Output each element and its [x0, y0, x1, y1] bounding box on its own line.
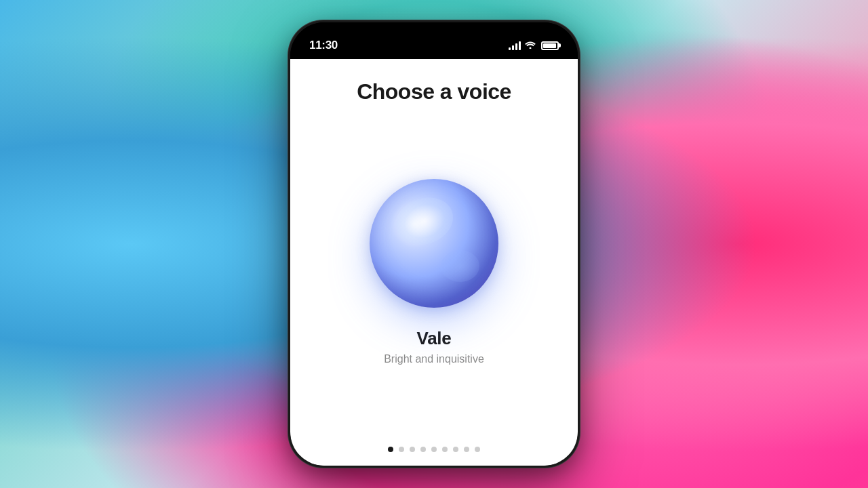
voice-description: Bright and inquisitive [384, 353, 484, 365]
page-title: Choose a voice [357, 79, 511, 104]
voice-orb[interactable] [370, 179, 498, 308]
signal-icon [509, 41, 521, 50]
pagination-dots [388, 447, 480, 452]
notch [393, 22, 475, 43]
dot-5[interactable] [431, 447, 437, 452]
app-content: Choose a voice Vale Bright and inquisiti… [290, 59, 578, 466]
dot-9[interactable] [475, 447, 480, 452]
wifi-icon [525, 40, 536, 51]
battery-icon [541, 41, 559, 50]
dot-1[interactable] [388, 447, 393, 452]
screen-content: Choose a voice Vale Bright and inquisiti… [290, 59, 578, 466]
dot-8[interactable] [464, 447, 469, 452]
phone-wrapper: 11:30 [288, 20, 580, 468]
status-icons [509, 40, 559, 51]
dot-7[interactable] [453, 447, 458, 452]
dot-2[interactable] [399, 447, 404, 452]
dot-4[interactable] [420, 447, 426, 452]
voice-orb-container[interactable]: Vale Bright and inquisitive [370, 131, 498, 426]
phone-inner: 11:30 [290, 22, 578, 466]
voice-name: Vale [417, 328, 452, 349]
dot-6[interactable] [442, 447, 448, 452]
dot-3[interactable] [410, 447, 415, 452]
phone-frame: 11:30 [288, 20, 580, 468]
status-time: 11:30 [309, 39, 338, 52]
